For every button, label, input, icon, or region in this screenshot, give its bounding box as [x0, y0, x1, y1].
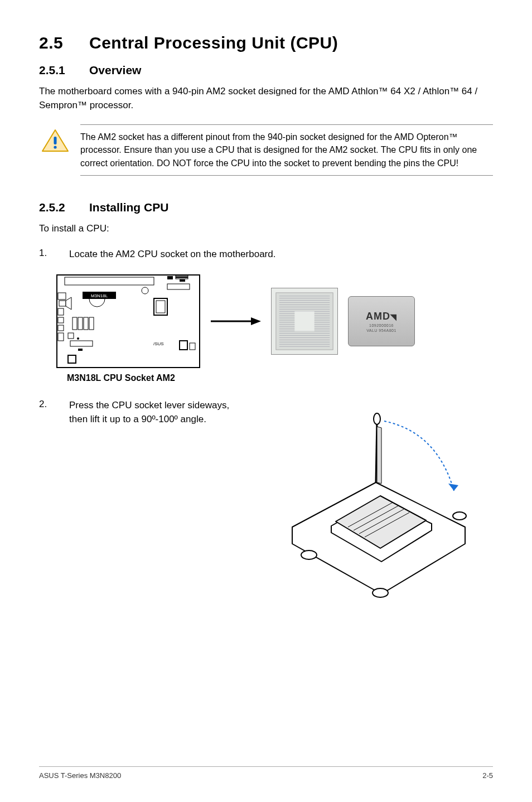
- svg-rect-30: [68, 355, 76, 363]
- svg-rect-13: [58, 317, 64, 323]
- step-2-container: 2. Press the CPU socket lever sideways, …: [39, 399, 493, 611]
- amd-brand-text: AMD: [366, 311, 390, 322]
- svg-rect-7: [180, 279, 185, 282]
- svg-rect-14: [58, 325, 64, 331]
- svg-rect-15: [58, 333, 64, 341]
- svg-rect-3: [65, 277, 154, 285]
- footer-right: 2-5: [482, 771, 493, 780]
- overview-paragraph: The motherboard comes with a 940-pin AM2…: [39, 85, 493, 112]
- svg-point-1: [54, 146, 56, 149]
- svg-rect-4: [167, 276, 173, 279]
- svg-rect-0: [54, 137, 57, 144]
- cpu-topside-image: AMD◥ 1092000016 VALU 954A801: [348, 296, 415, 346]
- cpu-pinside-image: [271, 288, 338, 355]
- installing-intro: To install a CPU:: [39, 222, 493, 236]
- svg-rect-28: [180, 341, 187, 350]
- svg-rect-20: [89, 317, 94, 330]
- step-1-text: Locate the AM2 CPU socket on the motherb…: [69, 248, 275, 262]
- svg-point-67: [374, 413, 380, 424]
- section-number: 2.5: [39, 33, 89, 52]
- amd-sub-text-2: VALU 954A801: [366, 328, 396, 332]
- page-footer: ASUS T-Series M3N8200 2-5: [39, 766, 493, 780]
- step-1-number: 1.: [39, 248, 52, 262]
- svg-rect-19: [84, 317, 88, 330]
- board-label-text: M3N18L: [91, 293, 108, 298]
- svg-point-9: [142, 287, 148, 294]
- svg-point-62: [453, 512, 466, 520]
- svg-rect-12: [58, 308, 64, 315]
- svg-marker-68: [448, 484, 458, 491]
- diagram-caption: M3N18L CPU Socket AM2: [67, 373, 493, 383]
- motherboard-diagram: M3N18L /SUS: [56, 274, 201, 369]
- overview-number: 2.5.1: [39, 64, 89, 77]
- svg-rect-26: [78, 349, 83, 351]
- svg-rect-29: [190, 343, 195, 350]
- figure-row: M3N18L /SUS: [56, 274, 493, 369]
- svg-rect-17: [72, 317, 77, 330]
- svg-rect-16: [68, 333, 74, 339]
- overview-title: Overview: [89, 64, 141, 76]
- svg-rect-10: [58, 293, 66, 299]
- svg-text:/SUS: /SUS: [153, 341, 164, 346]
- installing-number: 2.5.2: [39, 201, 89, 214]
- section-heading: 2.5Central Processing Unit (CPU): [39, 33, 493, 52]
- svg-point-25: [77, 337, 79, 340]
- svg-rect-24: [70, 341, 93, 346]
- svg-rect-8: [167, 284, 190, 289]
- step-2-text: Press the CPU socket lever sideways, the…: [69, 399, 240, 426]
- socket-lever-diagram: [270, 399, 482, 611]
- overview-heading: 2.5.1Overview: [39, 64, 493, 77]
- svg-point-61: [373, 588, 388, 597]
- amd-sub-text-1: 1092000016: [369, 323, 394, 327]
- installing-title: Installing CPU: [89, 201, 168, 214]
- svg-rect-23: [156, 301, 165, 313]
- svg-point-60: [301, 550, 317, 559]
- installing-heading: 2.5.2Installing CPU: [39, 201, 493, 214]
- svg-rect-18: [78, 317, 83, 330]
- arrow-icon: [211, 316, 261, 327]
- step-2-number: 2.: [39, 399, 52, 426]
- footer-left: ASUS T-Series M3N8200: [39, 771, 121, 780]
- caution-callout: The AM2 socket has a different pinout fr…: [39, 124, 493, 176]
- step-1: 1. Locate the AM2 CPU socket on the moth…: [39, 248, 493, 262]
- section-title: Central Processing Unit (CPU): [89, 33, 338, 52]
- svg-rect-59: [294, 311, 314, 331]
- caution-icon: [41, 129, 69, 153]
- svg-rect-11: [59, 301, 66, 306]
- svg-marker-32: [251, 317, 261, 325]
- caution-text: The AM2 socket has a different pinout fr…: [80, 124, 493, 176]
